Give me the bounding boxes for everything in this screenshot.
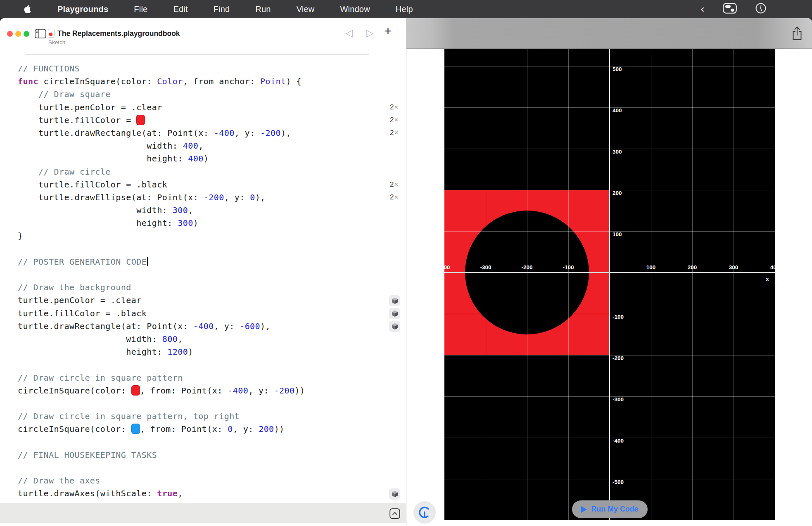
window-close-button[interactable] [7, 31, 13, 37]
run-my-code-button[interactable]: Run My Code [572, 500, 648, 518]
text-cursor [147, 257, 148, 266]
code-line[interactable]: // FUNCTIONS [18, 62, 402, 75]
menu-item-help[interactable]: Help [396, 5, 413, 14]
code-text: width: [18, 141, 183, 151]
show-result-button[interactable] [389, 488, 400, 500]
code-line[interactable]: // Draw the axes [18, 474, 402, 487]
code-line[interactable]: // FINAL HOUSEKEEPING TASKS [18, 449, 402, 462]
menu-item-window[interactable]: Window [340, 5, 370, 14]
menu-item-edit[interactable]: Edit [173, 5, 188, 14]
sidebar-toggle-icon[interactable] [35, 29, 46, 38]
result-count-badge[interactable]: 2× [390, 193, 398, 201]
code-line[interactable]: width: 300, [18, 204, 402, 217]
code-editor-pane[interactable]: The Replacements.playgroundbook Sketch ◁… [0, 18, 406, 526]
code-text: ), [255, 192, 266, 202]
code-line[interactable]: func circleInSquare(color: Color, from a… [18, 75, 402, 88]
code-text: ) [188, 347, 193, 357]
apple-menu-icon[interactable] [24, 4, 32, 14]
code-line[interactable] [18, 358, 402, 371]
code-line[interactable]: turtle.penColor = .clear [18, 294, 402, 307]
window-zoom-button[interactable] [24, 31, 29, 37]
code-line[interactable]: turtle.drawRectangle(at: Point(x: -400, … [18, 127, 402, 140]
menu-item-file[interactable]: File [134, 5, 147, 14]
color-swatch-blue[interactable] [131, 424, 140, 434]
code-text[interactable]: // FUNCTIONSfunc circleInSquare(color: C… [18, 62, 402, 513]
expand-console-button[interactable] [389, 508, 401, 519]
code-line[interactable]: circleInSquare(color: , from: Point(x: 0… [18, 423, 402, 436]
window-title: The Replacements.playgroundbook [57, 29, 180, 38]
code-text: , [198, 141, 204, 151]
code-text: height: [18, 218, 178, 228]
code-line[interactable]: height: 400) [18, 152, 402, 165]
code-line[interactable]: height: 1200) [18, 346, 402, 358]
menu-item-playgrounds[interactable]: Playgrounds [57, 5, 108, 14]
gridline [651, 49, 651, 520]
add-page-button[interactable]: + [384, 24, 392, 39]
code-text: ), [260, 321, 271, 331]
menu-item-view[interactable]: View [297, 5, 315, 14]
run-speed-button[interactable] [413, 501, 436, 524]
code-line[interactable]: width: 800, [18, 333, 402, 346]
code-line[interactable]: turtle.fillColor = [18, 114, 402, 127]
code-line[interactable]: width: 400, [18, 140, 402, 152]
code-text: circleInSquare(color: [38, 76, 157, 86]
code-text: turtle.drawRectangle(at: Point(x: [18, 128, 214, 138]
code-line[interactable]: turtle.fillColor = .black [18, 178, 402, 191]
code-line[interactable]: } [18, 230, 402, 242]
share-icon[interactable] [791, 26, 803, 41]
code-text: , from: Point(x: [140, 424, 228, 434]
code-text: , [188, 205, 193, 215]
y-tick-label: -100 [613, 314, 624, 320]
code-line[interactable] [18, 268, 402, 281]
code-line[interactable]: // Draw the background [18, 281, 402, 294]
navigate-back-button[interactable]: ◁ [345, 27, 353, 39]
result-count-badge[interactable]: 2× [390, 180, 398, 189]
code-text: width: [18, 205, 173, 215]
show-result-button[interactable] [389, 321, 400, 332]
code-number: 0 [228, 424, 233, 434]
code-line[interactable]: // POSTER GENERATION CODE [18, 256, 402, 268]
badge-multiply-icon: × [394, 193, 398, 201]
code-line[interactable]: // Draw square [18, 88, 402, 101]
code-number: -400 [228, 386, 248, 396]
menu-item-run[interactable]: Run [255, 5, 271, 14]
code-number: 300 [173, 205, 188, 215]
control-center-icon[interactable] [723, 3, 737, 15]
code-text: )) [274, 424, 285, 434]
y-tick-label: 400 [613, 108, 622, 114]
page-separator-rule [25, 54, 369, 54]
show-result-button[interactable] [389, 295, 400, 306]
code-text: , [178, 488, 183, 498]
color-swatch-red[interactable] [131, 385, 140, 396]
code-line[interactable]: turtle.penColor = .clear [18, 101, 402, 114]
code-line[interactable] [18, 462, 402, 474]
code-line[interactable] [18, 436, 402, 448]
code-line[interactable]: turtle.fillColor = .black [18, 307, 402, 320]
result-count-badge[interactable]: 2× [390, 116, 398, 124]
code-number: 400 [188, 154, 203, 163]
x-tick-label: 400 [770, 265, 775, 270]
code-comment: // Draw circle [38, 167, 111, 177]
menu-overflow-chevron-icon[interactable]: ‹ [700, 0, 705, 18]
clock-icon[interactable] [755, 2, 767, 16]
y-tick-label: 300 [613, 149, 622, 155]
menu-item-find[interactable]: Find [214, 5, 230, 14]
color-swatch-red[interactable] [136, 115, 145, 125]
code-line[interactable]: // Draw circle in square pattern [18, 372, 402, 384]
show-result-button[interactable] [389, 308, 400, 319]
result-count-badge[interactable]: 2× [390, 103, 398, 111]
badge-count: 2 [390, 116, 394, 124]
code-line[interactable]: height: 300) [18, 217, 402, 230]
code-line[interactable]: turtle.drawEllipse(at: Point(x: -200, y:… [18, 191, 402, 204]
code-line[interactable]: circleInSquare(color: , from: Point(x: -… [18, 384, 402, 397]
code-line[interactable]: // Draw circle [18, 166, 402, 178]
result-count-badge[interactable]: 2× [390, 129, 398, 137]
code-line[interactable]: turtle.drawAxes(withScale: true, [18, 487, 402, 500]
navigate-forward-button[interactable]: ▷ [366, 27, 373, 39]
window-minimize-button[interactable] [15, 31, 21, 37]
code-line[interactable]: // Draw circle in square pattern, top ri… [18, 410, 402, 423]
code-line[interactable] [18, 243, 402, 256]
code-line[interactable]: turtle.drawRectangle(at: Point(x: -400, … [18, 320, 402, 333]
code-line[interactable] [18, 397, 402, 410]
run-button-label: Run My Code [591, 505, 638, 514]
